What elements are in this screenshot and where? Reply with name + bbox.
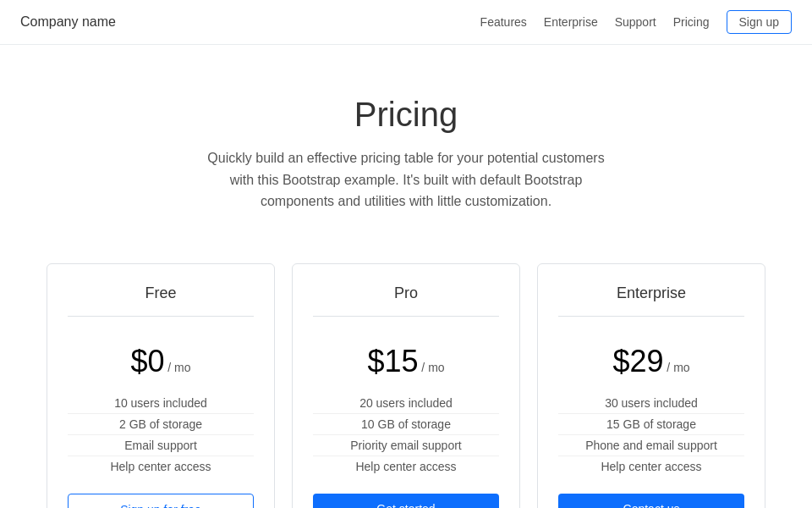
pricing-card-free: Free $0 / mo 10 users included 2 GB of s…	[47, 263, 275, 508]
plan-amount-pro: $15	[367, 344, 418, 378]
nav-link-features[interactable]: Features	[480, 15, 527, 29]
plan-price-free: $0 / mo	[130, 344, 190, 379]
feature-item: 20 users included	[313, 393, 499, 414]
plan-price-pro: $15 / mo	[367, 344, 444, 379]
enterprise-cta-button[interactable]: Contact us	[558, 494, 744, 508]
feature-item: Help center access	[68, 456, 254, 477]
navbar-links: Features Enterprise Support Pricing Sign…	[480, 10, 792, 34]
hero-section: Pricing Quickly build an effective prici…	[0, 45, 812, 246]
page-title: Pricing	[17, 96, 795, 134]
plan-amount-free: $0	[130, 344, 164, 378]
plan-period-enterprise: / mo	[667, 361, 689, 374]
feature-item: 10 GB of storage	[313, 414, 499, 435]
nav-link-pricing[interactable]: Pricing	[673, 15, 710, 29]
pricing-card-pro: Pro $15 / mo 20 users included 10 GB of …	[292, 263, 520, 508]
pricing-card-enterprise: Enterprise $29 / mo 30 users included 15…	[537, 263, 765, 508]
navbar-brand[interactable]: Company name	[20, 14, 116, 30]
nav-link-support[interactable]: Support	[615, 15, 656, 29]
feature-item: 2 GB of storage	[68, 414, 254, 435]
plan-features-free: 10 users included 2 GB of storage Email …	[68, 393, 254, 477]
nav-link-enterprise[interactable]: Enterprise	[544, 15, 598, 29]
pricing-section: Free $0 / mo 10 users included 2 GB of s…	[0, 246, 812, 508]
free-cta-button[interactable]: Sign up for free	[68, 494, 254, 508]
signup-button[interactable]: Sign up	[727, 10, 792, 34]
feature-item: Phone and email support	[558, 435, 744, 456]
feature-item: Help center access	[558, 456, 744, 477]
feature-item: 15 GB of storage	[558, 414, 744, 435]
navbar: Company name Features Enterprise Support…	[0, 0, 812, 45]
plan-amount-enterprise: $29	[612, 344, 663, 378]
plan-price-enterprise: $29 / mo	[612, 344, 689, 379]
plan-features-enterprise: 30 users included 15 GB of storage Phone…	[558, 393, 744, 477]
plan-period-pro: / mo	[421, 361, 444, 374]
plan-name-free: Free	[68, 284, 254, 317]
plan-period-free: / mo	[167, 361, 190, 374]
feature-item: Email support	[68, 435, 254, 456]
feature-item: Help center access	[313, 456, 499, 477]
hero-description: Quickly build an effective pricing table…	[203, 147, 609, 213]
plan-name-enterprise: Enterprise	[558, 284, 744, 317]
feature-item: 30 users included	[558, 393, 744, 414]
pro-cta-button[interactable]: Get started	[313, 494, 499, 508]
plan-name-pro: Pro	[313, 284, 499, 317]
feature-item: 10 users included	[68, 393, 254, 414]
feature-item: Priority email support	[313, 435, 499, 456]
plan-features-pro: 20 users included 10 GB of storage Prior…	[313, 393, 499, 477]
